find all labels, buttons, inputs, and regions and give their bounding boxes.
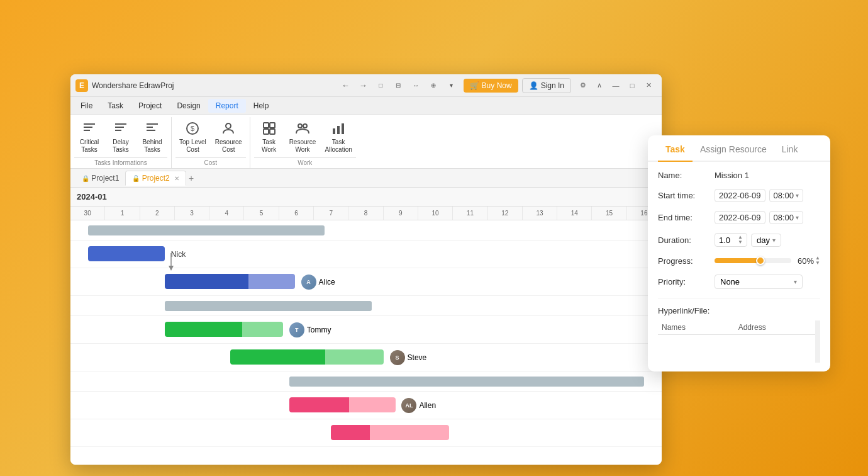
duration-unit-dropdown[interactable]: day ▾ [751,234,781,247]
task-allocation-icon [330,120,347,137]
behind-tasks-label: Behind Tasks [142,139,162,154]
progress-controls: 60% ▲ ▼ [715,256,820,266]
gantt-timeline[interactable]: 30 1 2 3 4 5 6 7 8 9 10 11 12 13 14 15 1 [70,207,662,465]
address-header: Address [735,320,820,335]
ribbon-group-tasks: Critical Tasks Delay Tasks [70,117,172,168]
tab-task[interactable]: Task [658,135,693,162]
menu-help[interactable]: Help [246,99,277,113]
end-time-row: End time: 2022-06-09 08:00 ▾ [658,211,820,224]
tab-project1[interactable]: 🔒 Project1 [75,171,125,185]
bar-gray-0[interactable] [88,225,325,235]
end-date-input[interactable]: 2022-06-09 [715,211,765,224]
close-button[interactable]: ✕ [640,79,657,93]
buy-now-button[interactable]: 🛒 Buy Now [464,79,518,93]
menu-report[interactable]: Report [208,99,246,113]
critical-tasks-button[interactable]: Critical Tasks [74,117,104,156]
window-btn-1[interactable]: □ [373,78,388,93]
tab-assign-resource[interactable]: Assign Resource [693,135,774,162]
bar-gray-6[interactable] [289,377,644,387]
hyperlink-table: Names Address [658,320,820,363]
task-work-button[interactable]: Task Work [254,117,284,156]
bar-red-allen[interactable] [289,397,396,412]
redo-button[interactable]: → [355,78,370,93]
collapse-button[interactable]: ∧ [591,79,608,93]
resource-cost-button[interactable]: Resource Cost [211,117,246,156]
progress-track[interactable] [715,258,791,263]
minimize-button[interactable]: — [608,79,624,93]
sign-in-button[interactable]: 👤 Sign In [522,78,571,93]
svg-rect-13 [264,123,269,128]
day-15: 15 [592,207,626,220]
table-row-empty-1 [658,335,820,349]
window-btn-4[interactable]: ⊕ [426,78,441,93]
svg-rect-16 [270,129,275,134]
start-date-input[interactable]: 2022-06-09 [715,189,765,202]
menu-file[interactable]: File [73,99,100,113]
behind-tasks-icon [143,120,161,137]
desktop: E Wondershare EdrawProj ← → □ ⊟ ↔ ⊕ ▾ 🛒 … [0,0,868,476]
window-btn-3[interactable]: ↔ [408,78,423,93]
window-btn-2[interactable]: ⊟ [391,78,406,93]
ribbon-group-work: Task Work Resource Work Ta [250,117,360,168]
duration-stepper[interactable]: ▲ ▼ [738,235,743,245]
ribbon-group-cost: $ Top Level Cost Resource Cost Cost [172,117,250,168]
gantt-numbers-row: 30 1 2 3 4 5 6 7 8 9 10 11 12 13 14 15 1 [70,207,662,220]
settings-button[interactable]: ⚙ [575,79,591,93]
end-time-chevron: ▾ [796,214,799,221]
lock-icon-2: 🔓 [132,175,140,182]
priority-dropdown[interactable]: None ▾ [715,275,803,289]
tab-close-button[interactable]: ✕ [174,175,179,182]
svg-rect-21 [342,123,344,134]
allen-label-container: AL Allen [401,398,436,413]
duration-value-input[interactable]: 1.0 ▲ ▼ [715,233,747,247]
progress-thumb[interactable] [756,256,765,265]
more-btn[interactable]: ▾ [443,78,459,93]
svg-rect-5 [115,127,124,128]
progress-stepper[interactable]: ▲ ▼ [815,256,820,266]
bar-green-tommy[interactable] [165,322,283,337]
duration-down[interactable]: ▼ [738,240,743,245]
end-time-label: End time: [658,213,715,222]
resource-work-button[interactable]: Resource Work [286,117,320,156]
panel-scrollbar[interactable] [815,320,820,363]
svg-text:$: $ [191,125,194,132]
start-time-input[interactable]: 08:00 ▾ [769,189,804,202]
gantt-row-0 [70,220,662,241]
allen-name: Allen [419,401,436,410]
menu-design[interactable]: Design [169,99,208,113]
end-time-input[interactable]: 08:00 ▾ [769,211,804,224]
resource-work-icon [294,120,311,137]
day-2: 2 [140,207,175,220]
maximize-button[interactable]: □ [624,79,640,93]
work-group-label: Work [254,157,356,168]
menu-task[interactable]: Task [100,99,131,113]
gantt-rows: Nick A [70,220,662,465]
hyperlink-table-container: Names Address [658,320,820,363]
svg-rect-7 [147,123,158,125]
tab-link[interactable]: Link [774,135,806,162]
bar-green-steve[interactable] [230,349,384,365]
resource-work-label: Resource Work [289,139,316,154]
menu-project[interactable]: Project [131,99,169,113]
tommy-label-container: T Tommy [289,322,331,337]
tab-project2[interactable]: 🔓 Project2 ✕ [125,171,186,186]
tab-add-button[interactable]: + [189,173,194,183]
progress-fill [715,258,760,263]
day-9: 9 [384,207,418,220]
bar-red-8[interactable] [331,425,449,440]
day-14: 14 [557,207,592,220]
undo-button[interactable]: ← [338,78,353,93]
gantt-year-month: 2024-01 [77,192,107,201]
svg-rect-2 [84,130,90,131]
title-bar: E Wondershare EdrawProj ← → □ ⊟ ↔ ⊕ ▾ 🛒 … [70,74,662,97]
top-level-cost-button[interactable]: $ Top Level Cost [175,117,210,156]
task-allocation-button[interactable]: Task Allocation [321,117,355,156]
resource-cost-label: Resource Cost [215,139,242,154]
delay-tasks-button[interactable]: Delay Tasks [106,117,136,156]
day-8: 8 [348,207,383,220]
bar-gray-3[interactable] [165,301,372,311]
behind-tasks-button[interactable]: Behind Tasks [137,117,167,156]
bar-blue-nick[interactable] [88,246,165,261]
progress-down[interactable]: ▼ [815,261,820,266]
bar-blue-alice[interactable] [165,274,295,289]
